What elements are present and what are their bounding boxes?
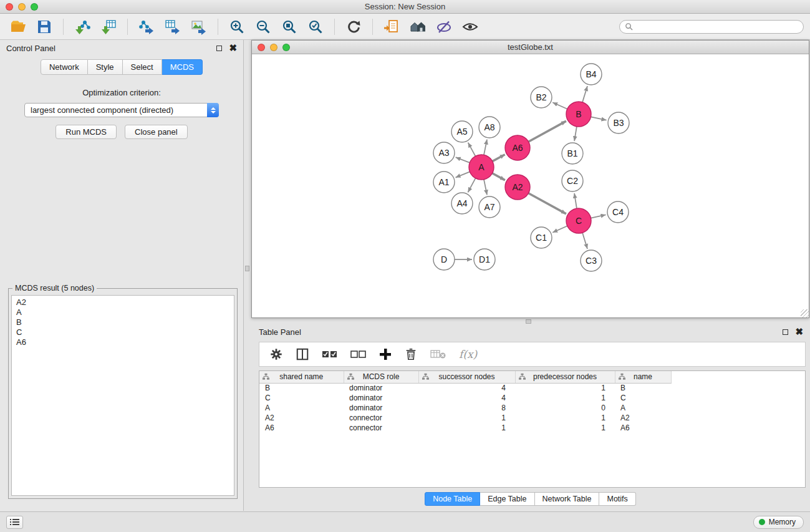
graph-node-C4[interactable]: C4 xyxy=(607,201,629,223)
select-all-rows-button[interactable] xyxy=(322,349,338,359)
graph-node-C1[interactable]: C1 xyxy=(531,227,552,248)
graph-edge-A-A5[interactable] xyxy=(468,143,476,157)
search-box[interactable] xyxy=(619,20,804,34)
graph-edge-C-C3[interactable] xyxy=(582,233,587,249)
column-header-successor-nodes[interactable]: successor nodes xyxy=(418,371,515,383)
deselect-all-rows-button[interactable] xyxy=(350,349,367,359)
show-graphics-details-button[interactable] xyxy=(458,16,482,37)
table-row[interactable]: Adominator80A xyxy=(259,403,805,413)
graph-node-A8[interactable]: A8 xyxy=(479,117,500,138)
graph-node-A[interactable]: A xyxy=(469,155,494,180)
delete-column-button[interactable] xyxy=(404,347,418,361)
graph-node-A5[interactable]: A5 xyxy=(451,121,473,142)
zoom-out-button[interactable] xyxy=(251,16,275,37)
float-panel-icon[interactable] xyxy=(783,329,788,335)
column-header-mcds-role[interactable]: MCDS role xyxy=(344,371,418,383)
import-network-button[interactable] xyxy=(70,16,94,37)
graph-edge-A-A6[interactable] xyxy=(493,155,505,162)
task-history-button[interactable] xyxy=(6,516,23,529)
tab-select[interactable]: Select xyxy=(123,59,162,75)
table-row[interactable]: Cdominator41C xyxy=(259,393,805,403)
first-neighbors-button[interactable] xyxy=(406,16,430,37)
graph-edge-C-C4[interactable] xyxy=(591,215,606,218)
graph-node-B4[interactable]: B4 xyxy=(581,64,602,85)
graph-edge-A-A7[interactable] xyxy=(484,180,487,195)
close-panel-button[interactable]: Close panel xyxy=(125,125,188,139)
graph-node-A1[interactable]: A1 xyxy=(433,172,455,193)
zoom-button[interactable] xyxy=(282,44,290,51)
column-header-predecessor-nodes[interactable]: predecessor nodes xyxy=(515,371,615,383)
network-canvas[interactable]: AA2A6BCA1A3A4A5A7A8B1B2B3B4C1C2C3C4DD1 xyxy=(252,54,809,317)
list-item[interactable]: A xyxy=(16,307,229,317)
new-network-from-selection-button[interactable] xyxy=(380,16,403,37)
graph-node-A2[interactable]: A2 xyxy=(505,175,530,200)
minimize-button[interactable] xyxy=(270,44,277,51)
graph-node-B2[interactable]: B2 xyxy=(531,87,552,108)
graph-edge-C-C2[interactable] xyxy=(574,193,577,208)
table-row[interactable]: Bdominator41B xyxy=(259,383,805,393)
list-item[interactable]: A2 xyxy=(16,297,229,307)
graph-edge-A-A2[interactable] xyxy=(493,173,505,180)
show-columns-button[interactable] xyxy=(296,347,309,361)
table-row[interactable]: A6connector11A6 xyxy=(259,423,805,433)
graph-node-B3[interactable]: B3 xyxy=(608,112,629,133)
graph-edge-B-B2[interactable] xyxy=(552,102,567,109)
save-session-button[interactable] xyxy=(32,16,56,37)
export-table-button[interactable] xyxy=(161,16,185,37)
table-row[interactable]: A2connector11A2 xyxy=(259,413,805,423)
close-button[interactable] xyxy=(6,3,13,11)
zoom-in-button[interactable] xyxy=(225,16,249,37)
import-table-button[interactable] xyxy=(97,16,120,37)
tab-edge-table[interactable]: Edge Table xyxy=(480,492,534,506)
graph-node-B[interactable]: B xyxy=(566,102,591,127)
function-builder-button[interactable]: f(x) xyxy=(459,348,477,360)
run-mcds-button[interactable]: Run MCDS xyxy=(55,125,117,139)
graph-edge-A-A4[interactable] xyxy=(468,178,475,193)
horizontal-splitter[interactable] xyxy=(251,319,809,324)
graph-node-C[interactable]: C xyxy=(566,208,591,233)
memory-button[interactable]: Memory xyxy=(753,516,804,529)
create-column-button[interactable] xyxy=(379,348,392,360)
tab-network-table[interactable]: Network Table xyxy=(535,492,600,506)
zoom-button[interactable] xyxy=(31,3,38,11)
graph-node-A7[interactable]: A7 xyxy=(479,196,500,218)
graph-node-D1[interactable]: D1 xyxy=(474,249,495,270)
float-panel-icon[interactable] xyxy=(216,46,222,51)
export-network-button[interactable] xyxy=(135,16,158,37)
graph-node-A6[interactable]: A6 xyxy=(505,135,530,160)
column-header-name[interactable]: name xyxy=(615,371,671,383)
minimize-button[interactable] xyxy=(18,3,26,11)
column-header-shared-name[interactable]: shared name xyxy=(259,371,344,383)
graph-edge-B-B4[interactable] xyxy=(582,86,587,102)
close-panel-icon[interactable]: ✖ xyxy=(795,329,803,335)
close-button[interactable] xyxy=(258,44,265,51)
resize-grip[interactable] xyxy=(801,309,809,317)
graph-node-C3[interactable]: C3 xyxy=(581,250,602,271)
search-input[interactable] xyxy=(636,22,798,31)
zoom-selected-button[interactable] xyxy=(304,16,327,37)
delete-table-button[interactable] xyxy=(430,349,446,360)
mcds-result-list[interactable]: A2 A B C A6 xyxy=(11,295,234,496)
graph-edge-C-C1[interactable] xyxy=(552,226,567,233)
graph-edge-A-A3[interactable] xyxy=(456,157,470,163)
tab-motifs[interactable]: Motifs xyxy=(599,492,635,506)
graph-edge-B-B3[interactable] xyxy=(591,117,607,120)
graph-node-A3[interactable]: A3 xyxy=(433,142,455,163)
apply-layout-button[interactable] xyxy=(342,16,365,37)
graph-node-B1[interactable]: B1 xyxy=(562,143,583,164)
open-session-button[interactable] xyxy=(6,16,30,37)
graph-node-A4[interactable]: A4 xyxy=(451,193,473,214)
list-item[interactable]: C xyxy=(16,327,229,337)
graph-node-D[interactable]: D xyxy=(433,249,455,270)
vertical-splitter[interactable] xyxy=(244,40,251,511)
close-panel-icon[interactable]: ✖ xyxy=(229,45,237,51)
export-image-button[interactable] xyxy=(187,16,211,37)
tab-node-table[interactable]: Node Table xyxy=(425,492,480,506)
table-settings-button[interactable] xyxy=(269,347,283,361)
graph-edge-A-A1[interactable] xyxy=(456,172,470,177)
tab-mcds[interactable]: MCDS xyxy=(162,59,203,75)
list-item[interactable]: A6 xyxy=(16,337,229,347)
criterion-dropdown[interactable]: largest connected component (directed) xyxy=(24,103,219,117)
splitter-grip[interactable] xyxy=(526,319,531,324)
splitter-grip[interactable] xyxy=(245,266,249,271)
